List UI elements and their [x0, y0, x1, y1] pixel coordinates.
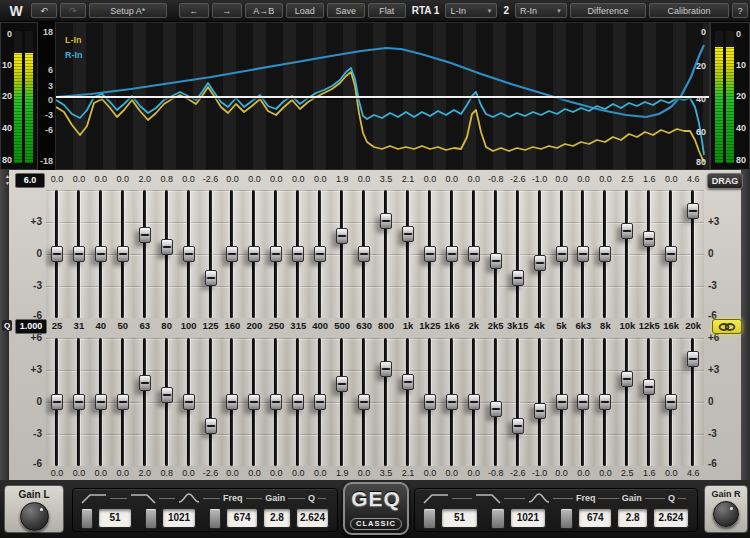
fader-band[interactable] — [397, 190, 419, 318]
fader-thumb[interactable] — [336, 228, 348, 244]
fader-band[interactable] — [156, 338, 178, 466]
fader-band[interactable] — [529, 190, 551, 318]
fader-band[interactable] — [375, 338, 397, 466]
fader-band[interactable] — [134, 338, 156, 466]
fader-thumb[interactable] — [292, 394, 304, 410]
fader-thumb[interactable] — [665, 246, 677, 262]
fader-thumb[interactable] — [468, 246, 480, 262]
fader-band[interactable] — [353, 338, 375, 466]
fader-thumb[interactable] — [139, 375, 151, 391]
bell-gain-display[interactable]: 2.8 — [617, 508, 647, 528]
fader-thumb[interactable] — [139, 227, 151, 243]
fader-thumb[interactable] — [73, 246, 85, 262]
fader-band[interactable] — [660, 190, 682, 318]
fader-thumb[interactable] — [490, 253, 502, 269]
fader-thumb[interactable] — [183, 394, 195, 410]
fader-band[interactable] — [463, 190, 485, 318]
fader-band[interactable] — [112, 190, 134, 318]
fader-band[interactable] — [46, 338, 68, 466]
fader-band[interactable] — [331, 190, 353, 318]
fader-thumb[interactable] — [402, 374, 414, 390]
fader-band[interactable] — [331, 338, 353, 466]
fader-thumb[interactable] — [577, 246, 589, 262]
fader-band[interactable] — [507, 190, 529, 318]
fader-band[interactable] — [375, 190, 397, 318]
drag-button[interactable]: DRAG — [707, 173, 743, 189]
bell-freq-display[interactable]: 674 — [578, 508, 612, 528]
fader-thumb[interactable] — [534, 255, 546, 271]
fader-band[interactable] — [638, 338, 660, 466]
range-value-box[interactable]: 6.0 — [15, 173, 45, 188]
lowpass-freq-display[interactable]: 1021 — [510, 508, 546, 528]
bell-q-display[interactable]: 2.624 — [653, 508, 689, 528]
fader-thumb[interactable] — [424, 246, 436, 262]
fader-thumb[interactable] — [95, 246, 107, 262]
fader-band[interactable] — [594, 338, 616, 466]
fader-band[interactable] — [616, 338, 638, 466]
fader-slot[interactable] — [625, 190, 628, 318]
fader-thumb[interactable] — [512, 270, 524, 286]
fader-thumb[interactable] — [534, 403, 546, 419]
fader-band[interactable] — [616, 190, 638, 318]
fader-slot[interactable] — [143, 338, 146, 466]
bell-q-display[interactable]: 2.624 — [296, 508, 329, 528]
fader-thumb[interactable] — [577, 394, 589, 410]
fader-band[interactable] — [309, 190, 331, 318]
fader-band[interactable] — [265, 338, 287, 466]
fader-thumb[interactable] — [424, 394, 436, 410]
fader-band[interactable] — [178, 190, 200, 318]
fader-slot[interactable] — [209, 190, 212, 318]
fader-thumb[interactable] — [161, 387, 173, 403]
bell-enable-button[interactable] — [209, 508, 221, 529]
lowpass-enable-button[interactable] — [491, 508, 504, 529]
fader-thumb[interactable] — [556, 394, 568, 410]
right-arrow-button[interactable]: → — [212, 3, 242, 18]
redo-icon[interactable]: ↷ — [60, 3, 86, 18]
fader-band[interactable] — [243, 338, 265, 466]
fader-thumb[interactable] — [490, 401, 502, 417]
fader-band[interactable] — [638, 190, 660, 318]
fader-thumb[interactable] — [380, 213, 392, 229]
fader-slot[interactable] — [625, 338, 628, 466]
link-channels-button[interactable] — [712, 319, 742, 334]
fader-slot[interactable] — [647, 190, 650, 318]
fader-band[interactable] — [660, 338, 682, 466]
fader-band[interactable] — [594, 190, 616, 318]
fader-thumb[interactable] — [402, 226, 414, 242]
highpass-enable-button[interactable] — [423, 508, 436, 529]
fader-thumb[interactable] — [687, 351, 699, 367]
fader-band[interactable] — [573, 338, 595, 466]
fader-thumb[interactable] — [161, 239, 173, 255]
fader-thumb[interactable] — [643, 231, 655, 247]
fader-thumb[interactable] — [248, 394, 260, 410]
fader-band[interactable] — [90, 338, 112, 466]
fader-band[interactable] — [573, 190, 595, 318]
fader-thumb[interactable] — [358, 246, 370, 262]
fader-thumb[interactable] — [248, 246, 260, 262]
fader-thumb[interactable] — [205, 270, 217, 286]
lowpass-freq-display[interactable]: 1021 — [162, 508, 195, 528]
rta2-source-select[interactable]: R-In ▼ — [515, 3, 567, 18]
a-to-b-button[interactable]: A→B — [245, 3, 283, 18]
fader-band[interactable] — [46, 190, 68, 318]
rta-graph[interactable]: L-In R-In — [55, 22, 710, 170]
flat-button[interactable]: Flat — [368, 3, 406, 18]
fader-slot[interactable] — [384, 338, 387, 466]
fader-slot[interactable] — [143, 190, 146, 318]
fader-band[interactable] — [551, 338, 573, 466]
fader-thumb[interactable] — [380, 361, 392, 377]
fader-band[interactable] — [441, 338, 463, 466]
fader-slot[interactable] — [647, 338, 650, 466]
fader-band[interactable] — [682, 190, 704, 318]
fader-thumb[interactable] — [621, 371, 633, 387]
fader-band[interactable] — [463, 338, 485, 466]
fader-thumb[interactable] — [270, 246, 282, 262]
highpass-freq-display[interactable]: 51 — [98, 508, 131, 528]
fader-band[interactable] — [441, 190, 463, 318]
fader-thumb[interactable] — [358, 394, 370, 410]
fader-thumb[interactable] — [226, 246, 238, 262]
fader-thumb[interactable] — [446, 246, 458, 262]
fader-thumb[interactable] — [446, 394, 458, 410]
fader-band[interactable] — [419, 190, 441, 318]
bell-enable-button[interactable] — [560, 508, 573, 529]
